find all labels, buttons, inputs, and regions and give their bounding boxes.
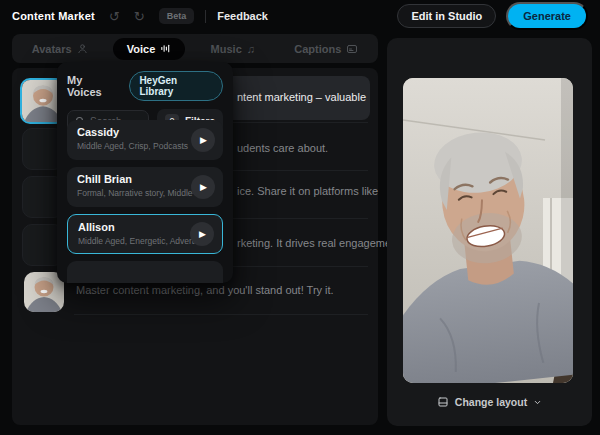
tab-voice-label: Voice [127,43,156,55]
layout-icon [437,396,449,408]
avatar-video-preview [403,78,573,383]
play-icon: ▶ [200,135,207,145]
app-window: Content Market ↺ ↻ Beta Feedback Edit in… [0,0,600,435]
play-icon: ▶ [200,182,207,192]
change-layout-label: Change layout [455,396,527,408]
page-title: Content Market [12,10,95,22]
play-voice-button[interactable]: ▶ [190,222,214,246]
beta-badge: Beta [159,8,195,24]
music-icon: ♫ [247,43,255,55]
tab-heygen-library[interactable]: HeyGen Library [129,71,223,101]
tab-music[interactable]: Music ♫ [197,38,269,60]
play-icon: ▶ [199,229,206,239]
tab-captions[interactable]: Captions [280,38,372,60]
undo-icon[interactable]: ↺ [109,10,120,23]
chevron-down-icon [533,398,542,407]
script-line[interactable]: Master content marketing, and you'll sta… [76,284,334,296]
feedback-link[interactable]: Feedback [217,10,268,22]
redo-icon[interactable]: ↻ [134,10,145,23]
tab-my-voices[interactable]: My Voices [67,74,119,98]
tab-avatars-label: Avatars [32,43,72,55]
tab-captions-label: Captions [294,43,341,55]
voice-item-partial[interactable] [67,261,223,283]
generate-button[interactable]: Generate [506,2,588,30]
script-line[interactable]: rketing. It drives real engagement. [237,237,403,249]
script-line[interactable]: ntent marketing – valuable [237,91,366,103]
captions-icon [346,43,358,55]
tab-avatars[interactable]: Avatars [18,38,102,60]
avatars-icon [77,43,88,54]
preview-panel: Change layout [387,38,592,426]
change-layout-button[interactable]: Change layout [387,390,592,414]
voice-item-cassidy[interactable]: Cassidy Middle Aged, Crisp, Podcasts ▶ [67,120,223,160]
edit-in-studio-button[interactable]: Edit in Studio [397,4,496,28]
voice-item-allison[interactable]: Allison Middle Aged, Energetic, Adverti.… [67,214,223,254]
asset-tab-bar: Avatars Voice Music ♫ Captions [12,34,378,63]
voice-item-chill-brian[interactable]: Chill Brian Formal, Narrative story, Mid… [67,167,223,207]
script-line[interactable]: ice. Share it on platforms like [237,185,378,197]
topbar-divider [205,10,206,23]
tab-voice[interactable]: Voice [113,38,186,60]
top-bar: Content Market ↺ ↻ Beta Feedback Edit in… [0,0,600,32]
play-voice-button[interactable]: ▶ [191,128,215,152]
voice-popover-tabs: My Voices HeyGen Library [57,62,233,107]
voice-icon [160,43,171,54]
row-divider [74,314,368,315]
voice-list: Cassidy Middle Aged, Crisp, Podcasts ▶ C… [67,120,223,283]
tab-music-label: Music [211,43,242,55]
play-voice-button[interactable]: ▶ [191,175,215,199]
voice-library-popover: My Voices HeyGen Library 0 Filters Cassi… [57,62,233,283]
script-line[interactable]: udents care about. [237,142,328,154]
